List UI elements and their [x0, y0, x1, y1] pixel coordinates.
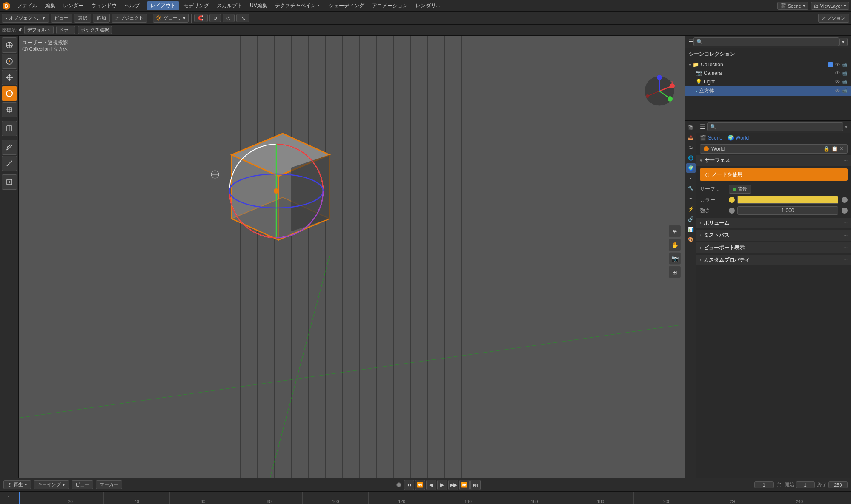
perspective-toggle-btn[interactable]: ⊞: [669, 266, 681, 278]
prop-search-box[interactable]: 🔍: [707, 122, 843, 131]
transform-tool[interactable]: [2, 121, 17, 136]
workspace-sculpt[interactable]: スカルプト: [213, 1, 246, 10]
render-props-icon[interactable]: 🎬: [686, 122, 696, 132]
scene-props-icon[interactable]: 🌐: [686, 153, 696, 162]
output-props-icon[interactable]: 📤: [686, 133, 696, 142]
light-render-icon[interactable]: 📹: [842, 79, 848, 85]
timeline-bar[interactable]: 1 20 40 60 80 100 120 140 160 180 200 22…: [0, 491, 851, 504]
anim-mode-dropdown[interactable]: ⏱ 再生 ▾: [3, 480, 31, 489]
coord-system-dropdown[interactable]: デフォルト: [24, 26, 54, 34]
close-icon[interactable]: ✕: [840, 146, 844, 152]
menu-render[interactable]: レンダー: [60, 1, 87, 10]
workspace-uv[interactable]: UV編集: [246, 1, 271, 10]
3d-cube[interactable]: [198, 112, 342, 258]
tree-item-camera[interactable]: 📷 Camera 👁 📹: [685, 69, 851, 77]
camera-view-btn[interactable]: 📷: [669, 252, 681, 264]
workspace-shading[interactable]: シェーディング: [325, 1, 368, 10]
collection-camera-icon[interactable]: 📹: [842, 62, 848, 68]
mist-section-header[interactable]: › ミストパス ⋯: [696, 230, 851, 241]
pan-view-btn[interactable]: ✋: [669, 239, 681, 251]
strength-keyframe-btn[interactable]: [842, 208, 848, 214]
use-nodes-button[interactable]: ⬡ ノードを使用: [700, 168, 848, 181]
cube-eye-icon[interactable]: 👁: [835, 88, 840, 94]
workspace-modeling[interactable]: モデリング: [180, 1, 212, 10]
copy-icon[interactable]: 📋: [831, 146, 838, 152]
background-badge[interactable]: 背景: [729, 185, 751, 194]
add-tool[interactable]: [2, 174, 17, 190]
next-frame-btn[interactable]: ▶▶: [448, 480, 458, 490]
menu-window[interactable]: ウィンドウ: [88, 1, 120, 10]
prop-search-input[interactable]: [718, 124, 840, 129]
tree-item-cube[interactable]: ▪ 立方体 👁 📹: [685, 86, 851, 96]
select-menu[interactable]: 選択: [74, 14, 91, 23]
object-props-icon[interactable]: ▪: [686, 174, 696, 183]
mode-selector-icon[interactable]: ▪ オブジェクト... ▾: [2, 14, 49, 23]
object-menu[interactable]: オブジェクト: [112, 14, 147, 23]
camera-eye-icon[interactable]: 👁: [835, 70, 840, 76]
measure-tool[interactable]: [2, 156, 17, 171]
camera-render-icon[interactable]: 📹: [842, 71, 848, 76]
prop-filter-btn[interactable]: ▾: [845, 124, 848, 130]
snap-icon[interactable]: ⊕: [209, 14, 221, 22]
physics-props-icon[interactable]: ⚡: [686, 204, 696, 214]
collection-check[interactable]: [828, 62, 833, 67]
add-menu[interactable]: 追加: [93, 14, 110, 23]
rotate-tool[interactable]: [2, 86, 17, 101]
outliner-search-box[interactable]: 🔍: [693, 37, 839, 46]
options-btn[interactable]: オプション: [818, 14, 849, 23]
outliner-search-input[interactable]: [705, 39, 836, 44]
magnet-icon[interactable]: 🧲: [194, 14, 208, 22]
playback-dot[interactable]: [396, 482, 401, 487]
light-eye-icon[interactable]: 👁: [835, 79, 840, 85]
viewport-display-section-header[interactable]: › ビューポート表示 ⋯: [696, 242, 851, 253]
data-props-icon[interactable]: 📊: [686, 225, 696, 234]
menu-help[interactable]: ヘルプ: [121, 1, 143, 10]
color-keyframe-btn[interactable]: [842, 197, 848, 203]
play-btn[interactable]: ▶: [437, 480, 447, 490]
custom-props-section-header[interactable]: › カスタムプロパティ ⋯: [696, 255, 851, 265]
jump-start-btn[interactable]: ⏮: [404, 480, 414, 490]
blender-logo[interactable]: B: [2, 1, 11, 11]
collection-eye-icon[interactable]: 👁: [835, 62, 840, 68]
workspace-layout[interactable]: レイアウト: [147, 1, 179, 10]
viewport[interactable]: ユーザー・透視投影 (1) Collection | 立方体: [19, 36, 685, 478]
menu-edit[interactable]: 編集: [42, 1, 59, 10]
workspace-animation[interactable]: アニメーション: [369, 1, 411, 10]
end-frame-input[interactable]: [828, 481, 848, 488]
surface-section-header[interactable]: ▾ サーフェス ⋯: [696, 155, 851, 166]
snap-mode-dropdown[interactable]: ボックス選択: [78, 26, 112, 34]
filter-dropdown[interactable]: ▾: [839, 38, 848, 46]
scale-tool[interactable]: [2, 102, 17, 117]
prev-frame-btn[interactable]: ◀: [426, 480, 436, 490]
cursor-tool[interactable]: [2, 37, 17, 53]
protect-icon[interactable]: 🔒: [823, 146, 830, 152]
particle-props-icon[interactable]: ✦: [686, 194, 696, 203]
modifier-props-icon[interactable]: 🔧: [686, 184, 696, 193]
anim-marker-btn[interactable]: マーカー: [96, 480, 122, 489]
zoom-extents-btn[interactable]: ⊕: [669, 225, 681, 237]
proportional-icon[interactable]: ◎: [223, 14, 235, 22]
select-tool[interactable]: [2, 54, 17, 69]
scene-selector[interactable]: 🎬 Scene ▾: [777, 2, 808, 10]
volume-section-header[interactable]: › ボリューム ⋯: [696, 218, 851, 228]
color-swatch[interactable]: [737, 196, 838, 204]
annotate-tool[interactable]: [2, 140, 17, 155]
world-props-icon[interactable]: 🌍: [686, 163, 696, 173]
workspace-rendering[interactable]: レンダリ...: [412, 1, 444, 10]
prev-keyframe-btn[interactable]: ⏪: [415, 480, 425, 490]
menu-file[interactable]: ファイル: [14, 1, 41, 10]
move-tool[interactable]: [2, 70, 17, 85]
material-props-icon[interactable]: 🎨: [686, 235, 696, 244]
scene-bc-label[interactable]: Scene: [708, 135, 722, 141]
view-menu[interactable]: ビュー: [51, 14, 72, 23]
jump-end-btn[interactable]: ⏭: [470, 480, 481, 490]
workspace-texture[interactable]: テクスチャペイント: [272, 1, 324, 10]
navigation-gizmo[interactable]: X Y Z: [642, 74, 676, 108]
view-layer-selector[interactable]: 🗂 ViewLayer ▾: [811, 2, 849, 10]
transform-dropdown[interactable]: ドラ...: [56, 26, 75, 34]
keying-dropdown[interactable]: キーイング ▾: [34, 480, 69, 489]
next-keyframe-btn[interactable]: ⏩: [459, 480, 470, 490]
anim-view-btn[interactable]: ビュー: [72, 480, 93, 489]
strength-input[interactable]: [737, 206, 838, 215]
snap-tools[interactable]: 🧲 ⊕ ◎ ⌥: [194, 14, 249, 22]
